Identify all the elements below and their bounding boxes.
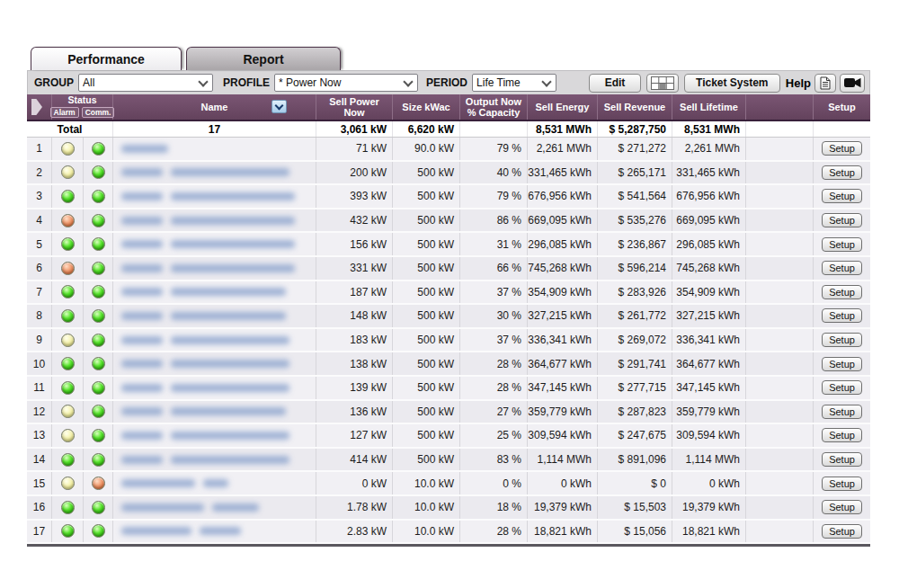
sell-revenue-value: $ 541,564 [598, 185, 672, 208]
setup-button[interactable]: Setup [822, 428, 862, 442]
site-name-link[interactable] [113, 352, 316, 375]
total-sell-lifetime: 8,531 MWh [672, 121, 746, 137]
comm-status-cell [84, 138, 113, 160]
setup-button[interactable]: Setup [822, 141, 862, 156]
table-row: 7187 kW500 kW37 %354,909 kWh$ 283,926354… [27, 281, 870, 306]
sell-energy-value: 336,341 kWh [528, 329, 598, 352]
sell-lifetime-value: 296,085 kWh [672, 233, 746, 255]
site-name-link[interactable] [113, 472, 316, 494]
site-name-link[interactable] [113, 329, 316, 352]
setup-cell: Setup [814, 521, 870, 543]
site-name-link[interactable] [113, 305, 316, 327]
table-row: 2200 kW500 kW40 %331,465 kWh$ 265,171331… [27, 162, 870, 186]
alarm-led [61, 405, 75, 418]
setup-button[interactable]: Setup [822, 308, 862, 323]
size-kwac-value: 10.0 kW [393, 496, 460, 519]
profile-select[interactable]: * Power Now [274, 74, 418, 92]
site-name-link[interactable] [113, 185, 316, 208]
setup-button[interactable]: Setup [822, 333, 862, 347]
tab-performance[interactable]: Performance [31, 47, 182, 70]
redacted-name-text [171, 407, 286, 415]
setup-button[interactable]: Setup [822, 380, 862, 395]
output-capacity-value: 40 % [460, 162, 528, 184]
sell-revenue-value: $ 271,272 [598, 138, 672, 160]
setup-cell: Setup [814, 281, 870, 304]
output-capacity-value: 79 % [460, 138, 528, 160]
redacted-name-text [121, 360, 163, 368]
sell-lifetime-value: 331,465 kWh [672, 162, 746, 184]
output-capacity-value: 31 % [460, 233, 528, 255]
size-kwac-value: 90.0 kW [393, 138, 460, 160]
total-sell-power: 3,061 kW [316, 121, 393, 137]
setup-button[interactable]: Setup [822, 285, 862, 299]
ticket-system-button[interactable]: Ticket System [684, 74, 780, 93]
site-name-link[interactable] [113, 257, 316, 280]
help-document-button[interactable] [814, 74, 836, 93]
total-output [460, 121, 528, 137]
sell-revenue-value: $ 15,056 [598, 521, 672, 543]
comm-status-cell [84, 377, 113, 399]
setup-cell: Setup [814, 233, 870, 255]
row-number: 2 [27, 162, 52, 184]
period-select[interactable]: Life Time [472, 74, 556, 92]
video-help-button[interactable] [840, 74, 865, 93]
table-row: 12136 kW500 kW27 %359,779 kWh$ 287,82335… [27, 401, 870, 425]
site-name-link[interactable] [113, 233, 316, 255]
setup-button[interactable]: Setup [822, 189, 862, 203]
redacted-name-text [121, 384, 163, 392]
redacted-name-text [121, 288, 163, 296]
sell-energy-value: 331,465 kWh [528, 162, 598, 184]
sell-energy-value: 2,261 MWh [528, 138, 598, 160]
empty-cell [746, 496, 814, 519]
table-row: 3393 kW500 kW79 %676,956 kWh$ 541,564676… [27, 185, 870, 209]
setup-button[interactable]: Setup [822, 237, 862, 252]
empty-cell [746, 185, 814, 208]
setup-button[interactable]: Setup [822, 405, 862, 419]
setup-button[interactable]: Setup [822, 452, 862, 467]
grid-view-icon [651, 76, 674, 90]
setup-button[interactable]: Setup [822, 165, 862, 180]
setup-button[interactable]: Setup [822, 261, 862, 275]
sell-energy-value: 669,095 kWh [528, 209, 598, 232]
redacted-name-text [171, 360, 289, 368]
setup-button[interactable]: Setup [822, 477, 862, 491]
setup-button[interactable]: Setup [822, 500, 862, 514]
redacted-name-text [121, 503, 204, 512]
alarm-led [61, 262, 75, 275]
site-name-link[interactable] [113, 449, 316, 471]
site-name-link[interactable] [113, 138, 316, 160]
empty-cell [746, 521, 814, 543]
size-kwac-value: 10.0 kW [393, 521, 460, 543]
site-name-link[interactable] [113, 521, 316, 543]
edit-button[interactable]: Edit [589, 74, 641, 93]
empty-cell [746, 281, 814, 304]
setup-button[interactable]: Setup [822, 357, 862, 371]
site-name-link[interactable] [113, 377, 316, 399]
total-sell-energy: 8,531 MWh [528, 121, 598, 137]
grid-view-button[interactable] [646, 74, 679, 93]
sell-revenue-value: $ 291,741 [598, 352, 672, 375]
sell-power-value: 2.83 kW [316, 521, 393, 543]
setup-cell: Setup [814, 305, 870, 327]
redacted-name-text [171, 217, 295, 225]
site-name-link[interactable] [113, 401, 316, 423]
size-kwac-value: 500 kW [393, 233, 460, 255]
site-name-link[interactable] [113, 162, 316, 184]
site-name-link[interactable] [113, 424, 316, 447]
site-name-link[interactable] [113, 209, 316, 232]
comm-status-cell [84, 521, 113, 543]
comm-led [92, 429, 105, 442]
sell-revenue-value: $ 535,276 [598, 209, 672, 232]
tab-report[interactable]: Report [186, 47, 341, 70]
site-name-link[interactable] [113, 496, 316, 519]
toolbar: GROUP All PROFILE * Power Now PERIOD Lif… [27, 70, 870, 94]
output-capacity-value: 0 % [460, 472, 528, 494]
site-name-link[interactable] [113, 281, 316, 304]
setup-button[interactable]: Setup [822, 213, 862, 227]
size-kwac-value: 500 kW [393, 257, 460, 280]
alarm-led [61, 285, 75, 298]
group-select[interactable]: All [78, 74, 213, 92]
table-header-row: Status Alarm Comm. Name Sell Power Now S… [27, 94, 870, 121]
setup-button[interactable]: Setup [822, 524, 862, 539]
name-sort-button[interactable] [271, 100, 287, 113]
